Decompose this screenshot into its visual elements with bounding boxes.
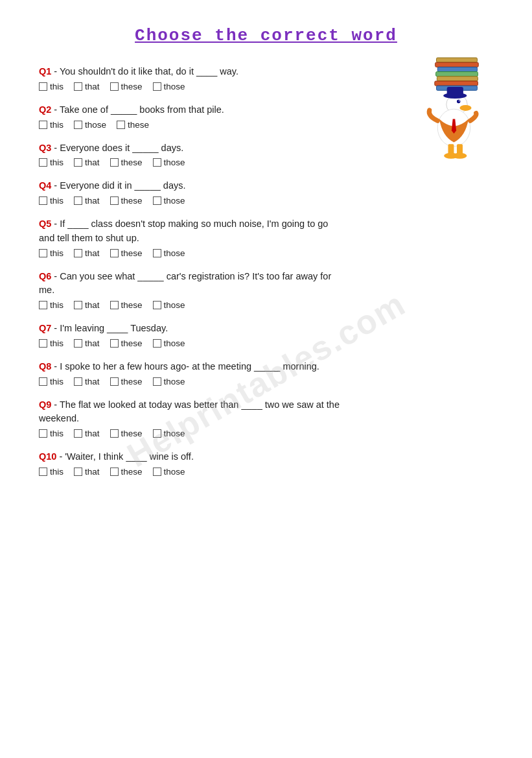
question-text-7: Q7 - I'm leaving ____ Tuesday. <box>39 322 493 336</box>
option-label-9-that: that <box>85 429 100 438</box>
svg-rect-5 <box>435 81 478 86</box>
checkbox-1-these[interactable] <box>110 82 119 91</box>
checkbox-4-those[interactable] <box>153 196 161 205</box>
question-block-7: Q7 - I'm leaving ____ Tuesday.thisthatth… <box>39 322 493 348</box>
checkbox-1-this[interactable] <box>39 82 47 91</box>
options-row-7: thisthatthesethose <box>39 338 493 348</box>
option-1-this[interactable]: this <box>39 82 64 91</box>
option-4-these[interactable]: these <box>110 196 143 206</box>
option-3-that[interactable]: that <box>74 158 100 167</box>
checkbox-7-that[interactable] <box>74 339 82 348</box>
checkbox-1-those[interactable] <box>153 82 161 91</box>
option-9-this[interactable]: this <box>39 429 64 438</box>
option-7-this[interactable]: this <box>39 338 64 348</box>
option-7-those[interactable]: those <box>153 338 185 348</box>
checkbox-5-that[interactable] <box>74 249 82 257</box>
option-1-those[interactable]: those <box>153 82 185 91</box>
checkbox-7-this[interactable] <box>39 339 47 348</box>
checkbox-6-these[interactable] <box>110 301 119 309</box>
option-1-that[interactable]: that <box>74 82 100 91</box>
question-label-7: Q7 <box>39 323 51 333</box>
option-label-9-these: these <box>121 429 143 438</box>
option-label-6-these: these <box>121 300 143 310</box>
checkbox-4-these[interactable] <box>110 196 119 205</box>
checkbox-10-this[interactable] <box>39 468 47 476</box>
option-2-this[interactable]: this <box>39 120 64 130</box>
option-label-5-this: this <box>50 248 64 258</box>
option-5-that[interactable]: that <box>74 248 100 258</box>
checkbox-10-those[interactable] <box>153 468 161 476</box>
option-10-those[interactable]: those <box>153 467 185 477</box>
option-7-these[interactable]: these <box>110 338 143 348</box>
option-label-2-this: this <box>50 120 64 130</box>
checkbox-3-these[interactable] <box>110 158 119 167</box>
option-1-these[interactable]: these <box>110 82 143 91</box>
option-label-5-these: these <box>121 248 143 258</box>
question-label-1: Q1 <box>39 66 51 77</box>
option-2-these[interactable]: these <box>117 120 149 130</box>
question-block-8: Q8 - I spoke to her a few hours ago- at … <box>39 360 493 386</box>
checkbox-4-this[interactable] <box>39 196 47 205</box>
option-10-these[interactable]: these <box>110 467 143 477</box>
checkbox-2-these[interactable] <box>117 121 125 129</box>
option-4-this[interactable]: this <box>39 196 64 206</box>
checkbox-6-those[interactable] <box>153 301 161 309</box>
checkbox-7-those[interactable] <box>153 339 161 348</box>
checkbox-10-that[interactable] <box>74 468 82 476</box>
option-8-those[interactable]: those <box>153 377 185 386</box>
question-label-6: Q6 <box>39 271 51 281</box>
option-label-7-this: this <box>50 338 64 348</box>
checkbox-8-these[interactable] <box>110 377 119 386</box>
checkbox-9-these[interactable] <box>110 429 119 438</box>
option-3-those[interactable]: those <box>153 158 185 167</box>
option-3-this[interactable]: this <box>39 158 64 167</box>
option-6-this[interactable]: this <box>39 300 64 310</box>
checkbox-9-this[interactable] <box>39 429 47 438</box>
option-5-this[interactable]: this <box>39 248 64 258</box>
checkbox-7-these[interactable] <box>110 339 119 348</box>
option-9-these[interactable]: these <box>110 429 143 438</box>
option-10-this[interactable]: this <box>39 467 64 477</box>
option-4-those[interactable]: those <box>153 196 185 206</box>
option-5-these[interactable]: these <box>110 248 143 258</box>
options-row-9: thisthatthesethose <box>39 429 493 438</box>
option-3-these[interactable]: these <box>110 158 143 167</box>
option-9-that[interactable]: that <box>74 429 100 438</box>
checkbox-8-those[interactable] <box>153 377 161 386</box>
checkbox-9-those[interactable] <box>153 429 161 438</box>
option-8-these[interactable]: these <box>110 377 143 386</box>
checkbox-5-those[interactable] <box>153 249 161 257</box>
checkbox-3-this[interactable] <box>39 158 47 167</box>
checkbox-2-this[interactable] <box>39 121 47 129</box>
checkbox-6-that[interactable] <box>74 301 82 309</box>
checkbox-2-those[interactable] <box>74 121 82 129</box>
option-6-those[interactable]: those <box>153 300 185 310</box>
checkbox-3-that[interactable] <box>74 158 82 167</box>
option-4-that[interactable]: that <box>74 196 100 206</box>
svg-point-9 <box>457 100 460 103</box>
checkbox-6-this[interactable] <box>39 301 47 309</box>
checkbox-5-this[interactable] <box>39 249 47 257</box>
option-2-those[interactable]: those <box>74 120 106 130</box>
option-label-10-those: those <box>164 467 185 477</box>
option-label-6-those: those <box>164 300 185 310</box>
checkbox-1-that[interactable] <box>74 82 82 91</box>
checkbox-5-these[interactable] <box>110 249 119 257</box>
option-6-that[interactable]: that <box>74 300 100 310</box>
option-6-these[interactable]: these <box>110 300 143 310</box>
checkbox-3-those[interactable] <box>153 158 161 167</box>
option-8-that[interactable]: that <box>74 377 100 386</box>
option-10-that[interactable]: that <box>74 467 100 477</box>
option-9-those[interactable]: those <box>153 429 185 438</box>
checkbox-4-that[interactable] <box>74 196 82 205</box>
checkbox-10-these[interactable] <box>110 468 119 476</box>
option-label-7-these: these <box>121 338 143 348</box>
svg-rect-1 <box>435 62 479 67</box>
option-8-this[interactable]: this <box>39 377 64 386</box>
checkbox-8-this[interactable] <box>39 377 47 386</box>
option-5-those[interactable]: those <box>153 248 185 258</box>
option-7-that[interactable]: that <box>74 338 100 348</box>
checkbox-9-that[interactable] <box>74 429 82 438</box>
option-label-10-this: this <box>50 467 64 477</box>
checkbox-8-that[interactable] <box>74 377 82 386</box>
